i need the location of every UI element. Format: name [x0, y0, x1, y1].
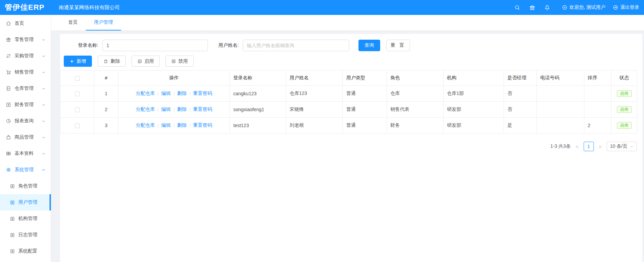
cell-phone	[537, 86, 584, 102]
assign-warehouse-link[interactable]: 分配仓库	[136, 122, 155, 128]
chevron-down-icon	[42, 119, 45, 123]
check-square-icon	[137, 59, 142, 64]
status-badge: 启用	[617, 106, 632, 113]
cell-role: 仓库	[387, 86, 444, 102]
user-name-label: 用户姓名:	[218, 42, 239, 48]
table-toolbar: 新增 删除 启用 禁用	[64, 56, 642, 67]
document-icon	[10, 200, 15, 205]
cell-role: 财务	[387, 118, 444, 134]
logout-button[interactable]: 退出登录	[613, 4, 639, 11]
col-index: #	[94, 70, 118, 86]
sidebar-item-system-config[interactable]: 系统配置	[0, 243, 51, 259]
cell-phone	[537, 118, 584, 134]
reset-password-link[interactable]: 重置密码	[193, 106, 212, 113]
col-org: 机构	[444, 70, 504, 86]
basic-grid-icon	[6, 151, 11, 156]
sidebar-item-user-mgmt[interactable]: 用户管理	[0, 194, 51, 210]
col-phone: 电话号码	[537, 70, 584, 86]
cell-org: 研发部	[444, 102, 504, 118]
user-name-input[interactable]	[243, 40, 349, 51]
logout-label: 退出登录	[620, 4, 639, 11]
app-logo[interactable]: 管伊佳ERP	[0, 2, 49, 13]
col-type: 用户类型	[343, 70, 387, 86]
tab-home[interactable]: 首页	[60, 15, 86, 31]
search-button[interactable]: 查询	[358, 40, 380, 51]
table-row: 1 分配仓库 编辑 删除 重置密码 cangku123 仓库123 普通 仓库 …	[60, 86, 637, 102]
edit-link[interactable]: 编辑	[161, 122, 171, 128]
page-size-select[interactable]: 10 条/页	[607, 142, 637, 151]
cell-role: 销售代表	[387, 102, 444, 118]
search-icon[interactable]	[510, 5, 525, 11]
col-status: 状态	[611, 70, 637, 86]
bell-icon[interactable]	[540, 5, 554, 11]
login-name-input[interactable]	[102, 40, 208, 51]
sidebar-item-home[interactable]: 首页	[0, 15, 51, 32]
chevron-down-icon	[42, 136, 45, 139]
logout-icon	[613, 5, 618, 10]
chevron-down-icon	[42, 70, 45, 74]
plus-icon	[70, 59, 74, 64]
cell-phone	[537, 102, 584, 118]
delete-button[interactable]: 删除	[98, 56, 126, 67]
sidebar-item-goods[interactable]: 商品管理	[0, 129, 51, 145]
pagination: 1-3 共3条 < 1 > 10 条/页	[60, 142, 637, 151]
col-actions: 操作	[118, 70, 230, 86]
assign-warehouse-link[interactable]: 分配仓库	[136, 90, 155, 97]
row-index: 2	[94, 102, 118, 118]
sales-cart-icon	[6, 69, 11, 75]
sidebar-item-warehouse[interactable]: 仓库管理	[0, 80, 51, 97]
row-checkbox[interactable]	[75, 92, 80, 96]
delete-link[interactable]: 删除	[177, 122, 187, 128]
sidebar-item-reports[interactable]: 报表查询	[0, 113, 51, 129]
login-name-label: 登录名称:	[78, 42, 98, 48]
cell-sort	[584, 86, 611, 102]
reset-button[interactable]: 重 置	[386, 40, 410, 51]
disable-button[interactable]: 禁用	[165, 56, 194, 67]
bank-icon[interactable]	[525, 5, 540, 11]
sidebar-item-retail[interactable]: 零售管理	[0, 32, 51, 48]
purchase-icon	[6, 53, 11, 59]
row-checkbox[interactable]	[75, 123, 80, 128]
table-row: 3 分配仓库 编辑 删除 重置密码 test123 刘老根 普通 财务 研发部 …	[60, 118, 637, 134]
home-icon	[6, 21, 11, 26]
next-page-button[interactable]: >	[598, 144, 603, 149]
sidebar-item-log-mgmt[interactable]: 日志管理	[0, 227, 51, 243]
sidebar-item-basic-data[interactable]: 基本资料	[0, 145, 51, 162]
edit-link[interactable]: 编辑	[161, 90, 171, 97]
delete-link[interactable]: 删除	[177, 106, 187, 113]
x-square-icon	[171, 59, 176, 64]
sidebar-item-system[interactable]: 系统管理	[0, 162, 51, 178]
delete-link[interactable]: 删除	[177, 90, 187, 97]
tab-bar: 首页 用户管理	[51, 15, 644, 31]
chevron-down-icon	[42, 38, 45, 42]
tab-user-mgmt[interactable]: 用户管理	[86, 15, 121, 31]
enable-button[interactable]: 启用	[132, 56, 160, 67]
cell-sort: 2	[584, 118, 611, 134]
edit-link[interactable]: 编辑	[161, 106, 171, 113]
sidebar-item-role-mgmt[interactable]: 角色管理	[0, 178, 51, 194]
user-menu[interactable]: 欢迎您, 测试用户	[562, 4, 605, 11]
sidebar-item-sales[interactable]: 销售管理	[0, 64, 51, 80]
row-index: 3	[94, 118, 118, 134]
document-icon	[10, 184, 15, 189]
row-index: 1	[94, 86, 118, 102]
prev-page-button[interactable]: <	[575, 144, 580, 149]
company-name: 南通某某网络科技有限公司	[59, 4, 120, 11]
sidebar-item-finance[interactable]: 财务管理	[0, 97, 51, 113]
sidebar-item-org-mgmt[interactable]: 机构管理	[0, 210, 51, 227]
select-all-checkbox[interactable]	[75, 76, 80, 81]
row-checkbox[interactable]	[75, 107, 80, 112]
cell-manager: 是	[504, 118, 537, 134]
cell-type: 普通	[343, 86, 387, 102]
reset-password-link[interactable]: 重置密码	[193, 122, 212, 128]
col-login: 登录名称	[230, 70, 286, 86]
assign-warehouse-link[interactable]: 分配仓库	[136, 106, 155, 113]
chevron-up-icon	[42, 168, 45, 172]
reset-password-link[interactable]: 重置密码	[193, 90, 212, 97]
cell-manager: 否	[504, 86, 537, 102]
current-page[interactable]: 1	[584, 142, 594, 151]
chevron-down-icon	[42, 152, 45, 156]
add-button[interactable]: 新增	[64, 56, 92, 67]
sidebar-item-purchase[interactable]: 采购管理	[0, 48, 51, 64]
cell-org: 仓库1部	[444, 86, 504, 102]
